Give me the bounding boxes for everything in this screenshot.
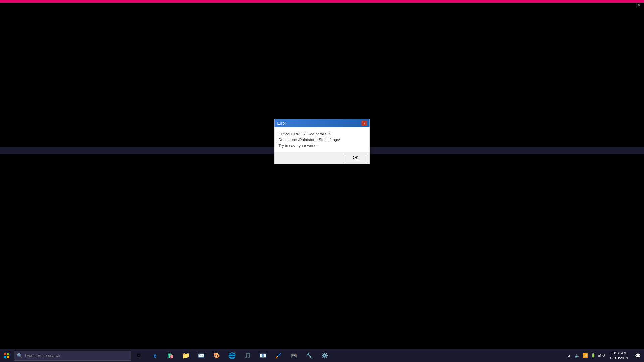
taskbar-app-mail[interactable]: ✉️ (194, 349, 209, 362)
top-strip (0, 0, 644, 3)
app3-icon: 🔧 (305, 352, 313, 360)
clock-time: 10:08 AM (611, 351, 626, 355)
clock[interactable]: 10:08 AM 12/19/2019 (606, 351, 631, 360)
taskbar: 🔍 ⧉ e 🛍️ 📁 ✉️ 🎨 🌐 🎵 📧 (0, 349, 644, 362)
tray-language-icon[interactable]: ENG (598, 352, 605, 360)
taskbar-app-chrome[interactable]: 🌐 (225, 349, 239, 362)
tray-volume-icon[interactable]: 🔈 (574, 352, 581, 360)
taskbar-app-explorer[interactable]: 📁 (178, 349, 193, 362)
pinned-apps: e 🛍️ 📁 ✉️ 🎨 🌐 🎵 📧 🖌️ 🎮 (148, 349, 566, 362)
window-close-button[interactable]: ✕ (634, 1, 644, 8)
tray-network-icon[interactable]: 📶 (582, 352, 589, 360)
search-box[interactable]: 🔍 (14, 351, 131, 361)
error-footer: OK (275, 152, 370, 164)
error-message-line2: Try to save your work... (279, 144, 319, 148)
taskbar-app-edge[interactable]: e (148, 349, 162, 362)
taskbar-app-app2[interactable]: 🖌️ (271, 349, 286, 362)
taskbar-app-app4[interactable]: ⚙️ (317, 349, 332, 362)
app2-icon: 🖌️ (274, 352, 282, 360)
notification-button[interactable]: 💬 (633, 349, 643, 362)
chrome-icon: 🌐 (228, 352, 236, 360)
taskbar-app-steam[interactable]: 🎮 (286, 349, 301, 362)
app1-icon: 📧 (259, 352, 267, 360)
taskbar-app-paintstorm[interactable]: 🎨 (209, 349, 224, 362)
app4-icon: ⚙️ (321, 352, 329, 360)
error-close-button[interactable]: × (362, 121, 367, 126)
ok-button[interactable]: OK (345, 154, 366, 161)
start-button[interactable] (0, 349, 13, 362)
windows-logo-icon (4, 353, 9, 358)
taskbar-app-app3[interactable]: 🔧 (302, 349, 317, 362)
search-input[interactable] (24, 353, 128, 358)
spotify-icon: 🎵 (244, 352, 252, 360)
file-explorer-icon: 📁 (182, 352, 190, 360)
store-icon: 🛍️ (166, 352, 174, 360)
app-area: ✕ Error × Critical ERROR. See details in… (0, 0, 644, 258)
paintstorm-icon: 🎨 (213, 352, 221, 360)
taskbar-app-store[interactable]: 🛍️ (163, 349, 178, 362)
error-message: Critical ERROR. See details in Documents… (279, 131, 366, 149)
error-message-line1: Critical ERROR. See details in Documents… (279, 132, 340, 142)
mail-icon: ✉️ (197, 352, 205, 360)
error-body: Critical ERROR. See details in Documents… (275, 127, 370, 152)
tray-overflow-button[interactable]: ▲ (566, 352, 573, 360)
error-dialog: Error × Critical ERROR. See details in D… (274, 119, 370, 164)
error-titlebar: Error × (275, 119, 370, 127)
error-title-text: Error (277, 121, 286, 126)
notification-icon: 💬 (635, 353, 641, 358)
steam-icon: 🎮 (290, 352, 298, 360)
task-view-icon: ⧉ (135, 352, 143, 360)
taskbar-app-app1[interactable]: 📧 (256, 349, 270, 362)
system-tray: ▲ 🔈 📶 🔋 ENG 10:08 AM 12/19/2019 💬 (566, 349, 643, 362)
tray-battery-icon[interactable]: 🔋 (590, 352, 597, 360)
clock-date: 12/19/2019 (609, 356, 628, 360)
taskbar-app-spotify[interactable]: 🎵 (240, 349, 255, 362)
task-view-button[interactable]: ⧉ (131, 349, 146, 362)
search-icon: 🔍 (17, 353, 22, 358)
edge-icon: e (151, 352, 159, 360)
